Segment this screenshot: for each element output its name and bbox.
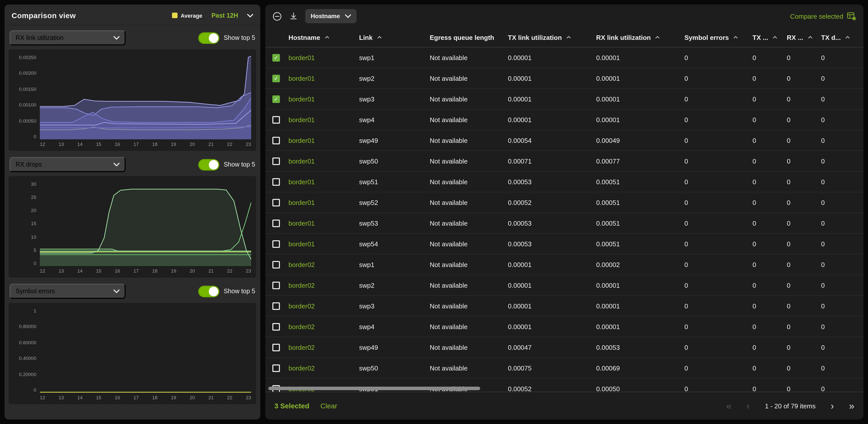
- metric-select[interactable]: RX drops: [9, 157, 126, 172]
- cell-hostname[interactable]: border02: [288, 323, 359, 330]
- row-checkbox[interactable]: [272, 281, 280, 289]
- row-checkbox[interactable]: [272, 157, 280, 165]
- column-header-tx2[interactable]: TX ...: [752, 34, 787, 41]
- x-axis: 121314151617181920212223: [40, 266, 251, 275]
- row-checkbox[interactable]: [272, 137, 280, 144]
- cell-hostname[interactable]: border01: [288, 240, 359, 248]
- cell-rx-link-utilization: 0.00001: [596, 281, 684, 289]
- cell-hostname[interactable]: border01: [288, 137, 359, 144]
- cell-tx-d: 0: [821, 385, 862, 392]
- column-header-txd[interactable]: TX d...: [821, 34, 862, 41]
- cell-symbol-errors: 0: [684, 385, 752, 392]
- cell-rx: 0: [787, 75, 821, 82]
- cell-hostname[interactable]: border01: [288, 178, 359, 186]
- row-checkbox[interactable]: ✓: [272, 75, 280, 82]
- chart-card-rx-link-utilization: RX link utilization Show top 5 0.002500.…: [8, 28, 256, 151]
- chart: 10.800000.600000.400000.200000 121314151…: [8, 303, 256, 404]
- x-axis: 121314151617181920212223: [40, 393, 251, 402]
- compare-selected-button[interactable]: Compare selected: [790, 12, 857, 21]
- cell-hostname[interactable]: border01: [288, 157, 359, 165]
- column-header-rx2[interactable]: RX ...: [787, 34, 821, 41]
- column-header-link[interactable]: Link: [359, 34, 430, 41]
- cell-hostname[interactable]: border02: [288, 364, 359, 372]
- row-checkbox[interactable]: ✓: [272, 95, 280, 103]
- show-top5-label: Show top 5: [224, 34, 255, 41]
- cell-tx: 0: [752, 178, 787, 186]
- metric-select[interactable]: Symbol errors: [9, 284, 126, 299]
- cell-hostname[interactable]: border02: [288, 281, 359, 289]
- row-checkbox[interactable]: ✓: [272, 54, 280, 61]
- cell-tx-d: 0: [821, 54, 862, 61]
- cell-egress-queue-length: Not available: [430, 281, 508, 289]
- metric-select[interactable]: RX link utilization: [9, 30, 126, 46]
- cell-link: swp52: [359, 199, 430, 206]
- cell-tx-d: 0: [821, 240, 862, 248]
- row-checkbox[interactable]: [272, 364, 280, 372]
- cell-hostname[interactable]: border01: [288, 116, 359, 123]
- column-header-rx[interactable]: RX link utilization: [596, 34, 684, 41]
- row-checkbox[interactable]: [272, 178, 280, 186]
- horizontal-scrollbar[interactable]: [268, 387, 480, 390]
- cell-rx: 0: [787, 178, 821, 186]
- last-page-icon[interactable]: »: [849, 401, 855, 411]
- cell-tx: 0: [752, 261, 787, 268]
- sort-caret-icon: [655, 36, 660, 39]
- show-top5-toggle[interactable]: [198, 32, 220, 44]
- x-tick-label: 16: [115, 268, 120, 275]
- export-button[interactable]: [289, 11, 298, 21]
- cell-hostname[interactable]: border01: [288, 95, 359, 103]
- chevron-down-icon: [114, 289, 120, 293]
- x-tick-label: 13: [59, 141, 64, 148]
- cell-hostname[interactable]: border01: [288, 75, 359, 82]
- cell-rx-link-utilization: 0.00077: [596, 157, 684, 165]
- show-top5-toggle[interactable]: [198, 285, 220, 297]
- previous-page-icon[interactable]: ‹: [747, 401, 750, 411]
- time-range-select[interactable]: Past 12H: [211, 12, 238, 19]
- clear-selection-button[interactable]: Clear: [317, 401, 340, 411]
- row-checkbox[interactable]: [272, 116, 280, 123]
- cell-rx: 0: [787, 323, 821, 330]
- cell-tx-link-utilization: 0.00071: [508, 157, 596, 165]
- cell-tx-d: 0: [821, 157, 862, 165]
- cell-hostname[interactable]: border02: [288, 261, 359, 268]
- cell-hostname[interactable]: border02: [288, 302, 359, 310]
- table-body: ✓border01swp1Not available0.000010.00001…: [265, 48, 864, 392]
- collapse-rows-button[interactable]: [272, 11, 282, 21]
- next-page-icon[interactable]: ›: [831, 401, 834, 411]
- cell-rx: 0: [787, 54, 821, 61]
- cell-link: swp1: [359, 261, 430, 268]
- cell-hostname[interactable]: border01: [288, 199, 359, 206]
- cell-rx-link-utilization: 0.00053: [596, 343, 684, 351]
- row-checkbox[interactable]: [272, 261, 280, 268]
- table-row: border01swp50Not available0.000710.00077…: [265, 151, 864, 172]
- column-header-tx[interactable]: TX link utilization: [508, 34, 596, 41]
- group-by-select[interactable]: Hostname: [305, 9, 356, 23]
- first-page-icon[interactable]: «: [726, 401, 731, 411]
- cell-symbol-errors: 0: [684, 75, 752, 82]
- cell-tx-d: 0: [821, 116, 862, 123]
- cell-hostname[interactable]: border01: [288, 54, 359, 61]
- cell-hostname[interactable]: border02: [288, 343, 359, 351]
- cell-egress-queue-length: Not available: [430, 157, 508, 165]
- row-checkbox[interactable]: [272, 240, 280, 248]
- compare-selected-label: Compare selected: [790, 12, 843, 20]
- row-checkbox[interactable]: [272, 323, 280, 330]
- cell-symbol-errors: 0: [684, 95, 752, 103]
- table-footer: 3 Selected Clear « ‹ 1 - 20 of 79 items …: [265, 392, 864, 420]
- column-header-hostname[interactable]: Hostname: [288, 34, 359, 41]
- show-top5-label: Show top 5: [224, 161, 255, 168]
- column-label: TX link utilization: [508, 34, 562, 41]
- time-range-chevron-icon[interactable]: [247, 13, 253, 18]
- column-header-sym[interactable]: Symbol errors: [684, 34, 752, 41]
- cell-hostname[interactable]: border01: [288, 219, 359, 227]
- y-tick-label: 0.00100: [19, 102, 36, 108]
- cell-rx: 0: [787, 95, 821, 103]
- table-rows: ✓border01swp1Not available0.000010.00001…: [265, 48, 864, 392]
- cell-tx-d: 0: [821, 95, 862, 103]
- row-checkbox[interactable]: [272, 219, 280, 227]
- row-checkbox[interactable]: [272, 343, 280, 351]
- cell-link: swp1: [359, 54, 430, 61]
- show-top5-toggle[interactable]: [198, 159, 220, 170]
- row-checkbox[interactable]: [272, 302, 280, 310]
- row-checkbox[interactable]: [272, 199, 280, 206]
